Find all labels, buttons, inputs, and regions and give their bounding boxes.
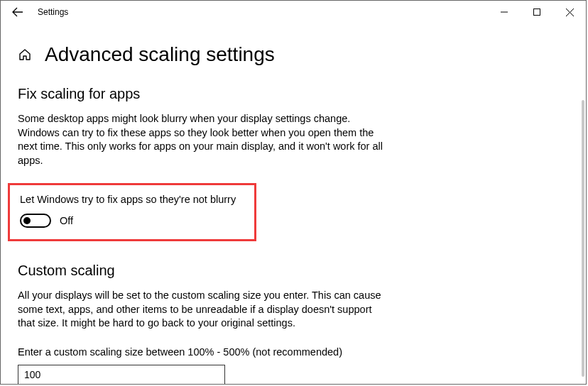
custom-scaling-input[interactable] [18, 365, 225, 384]
custom-scaling-body: All your displays will be set to the cus… [18, 289, 387, 331]
custom-scaling-heading: Custom scaling [18, 263, 569, 279]
content-area: Advanced scaling settings Fix scaling fo… [1, 23, 586, 384]
back-arrow-icon [12, 6, 23, 18]
custom-scaling-input-label: Enter a custom scaling size between 100%… [18, 346, 569, 358]
highlight-annotation: Let Windows try to fix apps so they're n… [8, 183, 256, 241]
titlebar: Settings [1, 1, 586, 23]
fix-scaling-body: Some desktop apps might look blurry when… [18, 112, 387, 167]
fix-blurry-toggle-row: Off [20, 214, 247, 228]
back-button[interactable] [6, 1, 29, 23]
minimize-icon [501, 9, 508, 16]
fix-blurry-toggle[interactable] [20, 214, 51, 228]
close-icon [566, 9, 574, 16]
custom-scaling-section: Custom scaling All your displays will be… [18, 263, 569, 384]
fix-blurry-toggle-label: Let Windows try to fix apps so they're n… [20, 194, 247, 205]
page-header: Advanced scaling settings [18, 43, 569, 66]
maximize-button[interactable] [521, 1, 553, 23]
maximize-icon [533, 9, 540, 16]
toggle-knob [23, 217, 31, 224]
home-button[interactable] [18, 48, 32, 62]
fix-scaling-heading: Fix scaling for apps [18, 86, 569, 102]
close-button[interactable] [553, 1, 586, 23]
settings-window: Settings [0, 0, 587, 385]
window-controls [488, 1, 586, 23]
svg-rect-1 [534, 9, 540, 16]
fix-blurry-toggle-state: Off [60, 215, 73, 226]
scrollbar[interactable] [582, 100, 584, 377]
page-title: Advanced scaling settings [45, 43, 275, 66]
minimize-button[interactable] [488, 1, 521, 23]
home-icon [18, 48, 32, 62]
window-title: Settings [38, 7, 68, 17]
